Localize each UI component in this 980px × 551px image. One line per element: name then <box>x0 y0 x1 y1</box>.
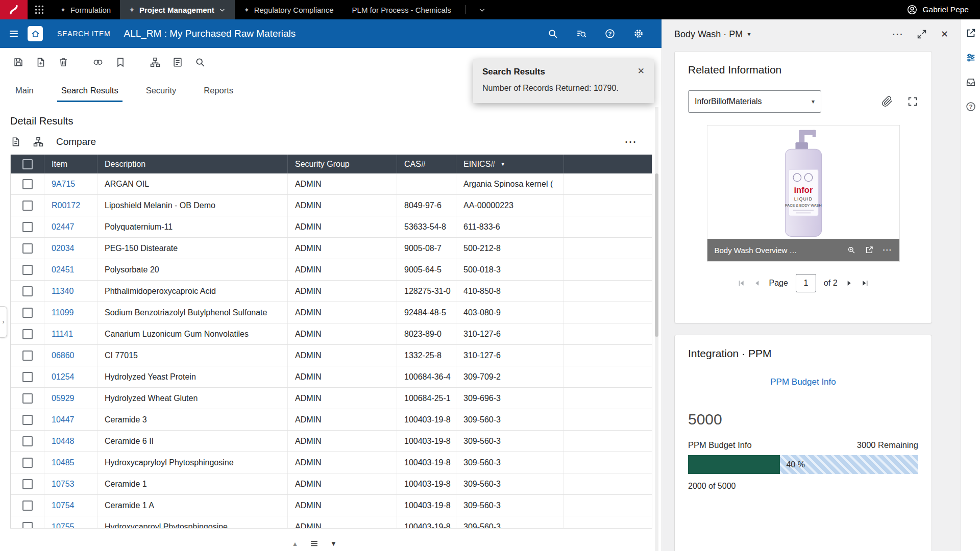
select-all-checkbox[interactable] <box>22 159 33 169</box>
help-circle-icon[interactable]: ? <box>965 101 976 112</box>
row-checkbox[interactable] <box>22 350 33 361</box>
scroll-up-icon[interactable]: ▲ <box>292 540 298 547</box>
item-link[interactable]: 9A715 <box>52 180 75 189</box>
item-link[interactable]: 11340 <box>52 287 74 296</box>
column-header-security-group[interactable]: Security Group <box>288 155 397 173</box>
row-checkbox[interactable] <box>22 393 33 404</box>
paging-menu-icon[interactable] <box>309 539 319 548</box>
row-checkbox[interactable] <box>22 415 33 425</box>
export-report-icon[interactable] <box>10 136 33 147</box>
open-external-icon[interactable] <box>865 245 874 255</box>
search-icon[interactable] <box>547 28 558 39</box>
item-link[interactable]: 10485 <box>52 458 75 467</box>
user-menu[interactable]: Gabriel Pepe <box>895 0 980 19</box>
item-link[interactable]: 10448 <box>52 437 75 446</box>
tab-regulatory-compliance[interactable]: ✦ Regulatory Compliance <box>235 0 343 19</box>
row-checkbox[interactable] <box>22 222 33 232</box>
tab-formulation[interactable]: ✦ Formulation <box>51 0 120 19</box>
caption-more-ellipsis-icon[interactable]: ⋯ <box>883 248 892 252</box>
inbox-tray-icon[interactable] <box>965 77 976 88</box>
scroll-down-icon[interactable]: ▼ <box>330 540 337 547</box>
einics-cell: 310-127-6 <box>456 323 564 344</box>
form-view-icon[interactable] <box>166 52 189 72</box>
ppm-budget-info-link[interactable]: PPM Budget Info <box>688 377 918 387</box>
item-link[interactable]: 10447 <box>52 415 75 424</box>
next-page-icon[interactable] <box>845 279 853 287</box>
tab-search-results[interactable]: Search Results <box>60 86 119 102</box>
item-link[interactable]: 02451 <box>52 265 75 274</box>
help-icon[interactable]: ? <box>604 28 616 39</box>
item-link[interactable]: 05929 <box>52 394 75 403</box>
row-checkbox[interactable] <box>22 329 33 339</box>
more-actions-ellipsis-icon[interactable]: ⋯ <box>624 139 637 144</box>
row-checkbox[interactable] <box>22 201 33 211</box>
item-link[interactable]: 10755 <box>52 522 75 529</box>
item-link[interactable]: 02447 <box>52 222 75 232</box>
item-link[interactable]: 01254 <box>52 372 75 382</box>
scrollbar-thumb[interactable] <box>655 173 658 337</box>
search-records-icon[interactable] <box>189 52 211 72</box>
page-number-input[interactable] <box>796 274 816 292</box>
row-checkbox[interactable] <box>22 500 33 511</box>
open-in-new-window-icon[interactable] <box>965 28 976 39</box>
row-checkbox[interactable] <box>22 265 33 275</box>
app-switcher-grid-icon[interactable] <box>28 0 51 19</box>
attachment-preview-frame[interactable]: infor LIQUID FACE & BODY WASH Body Wash … <box>707 125 900 262</box>
context-record-selector[interactable]: Body Wash · PM ▾ <box>674 29 750 40</box>
home-button[interactable] <box>28 26 43 41</box>
zoom-in-icon[interactable] <box>847 245 856 255</box>
previous-page-icon[interactable] <box>753 279 761 287</box>
hierarchy-icon[interactable] <box>144 52 166 72</box>
main-menu-hamburger-icon[interactable] <box>0 28 28 39</box>
compare-hierarchy-icon[interactable] <box>33 136 55 147</box>
tab-project-management[interactable]: ✦ Project Management <box>120 0 235 19</box>
panel-expand-icon[interactable] <box>916 29 927 40</box>
bookmark-icon[interactable] <box>109 52 132 72</box>
row-checkbox[interactable] <box>22 179 33 189</box>
panel-close-icon[interactable]: ✕ <box>941 29 948 40</box>
first-page-icon[interactable] <box>737 279 745 287</box>
row-checkbox[interactable] <box>22 522 33 529</box>
saved-search-icon[interactable] <box>576 28 587 39</box>
column-header-item[interactable]: Item <box>44 155 97 173</box>
personalize-sliders-icon[interactable] <box>965 52 976 63</box>
compare-button[interactable]: Compare <box>56 136 96 147</box>
infor-logo[interactable] <box>0 0 28 19</box>
panel-more-ellipsis-icon[interactable]: ⋯ <box>892 32 903 37</box>
row-checkbox[interactable] <box>22 458 33 468</box>
item-link[interactable]: 06860 <box>52 351 75 360</box>
table-scrollbar[interactable] <box>655 107 658 551</box>
row-checkbox[interactable] <box>22 243 33 254</box>
row-checkbox[interactable] <box>22 286 33 296</box>
item-link[interactable]: 10754 <box>52 501 75 510</box>
tab-plm-for-process-chemicals[interactable]: PLM for Process - Chemicals <box>343 0 460 19</box>
attachment-paperclip-icon[interactable] <box>881 96 893 107</box>
item-link[interactable]: 10753 <box>52 480 75 489</box>
item-link[interactable]: 11099 <box>52 308 74 317</box>
row-checkbox[interactable] <box>22 372 33 382</box>
settings-gear-icon[interactable] <box>633 28 644 39</box>
column-header-einics[interactable]: EINICS# ▼ <box>456 155 564 173</box>
slide-panel-handle[interactable]: › <box>0 306 7 338</box>
related-info-dropdown[interactable]: InforBillofMaterials ▾ <box>688 90 821 113</box>
item-link[interactable]: 02034 <box>52 244 75 253</box>
tabs-overflow-chevron-icon[interactable] <box>471 0 493 19</box>
tab-reports[interactable]: Reports <box>203 86 234 102</box>
item-link[interactable]: R00172 <box>52 201 80 210</box>
column-header-description[interactable]: Description <box>97 155 288 173</box>
fullscreen-icon[interactable] <box>907 96 918 107</box>
link-records-icon[interactable] <box>87 52 109 72</box>
close-icon[interactable]: ✕ <box>638 67 645 76</box>
tab-main[interactable]: Main <box>14 86 35 102</box>
new-item-icon[interactable] <box>30 52 52 72</box>
sort-descending-icon[interactable]: ▼ <box>500 161 505 167</box>
save-icon[interactable] <box>7 52 30 72</box>
column-header-cas[interactable]: CAS# <box>397 155 456 173</box>
row-checkbox[interactable] <box>22 479 33 489</box>
item-link[interactable]: 11141 <box>52 330 73 339</box>
tab-security[interactable]: Security <box>145 86 178 102</box>
last-page-icon[interactable] <box>861 279 869 287</box>
row-checkbox[interactable] <box>22 436 33 446</box>
delete-trash-icon[interactable] <box>52 52 75 72</box>
row-checkbox[interactable] <box>22 308 33 318</box>
